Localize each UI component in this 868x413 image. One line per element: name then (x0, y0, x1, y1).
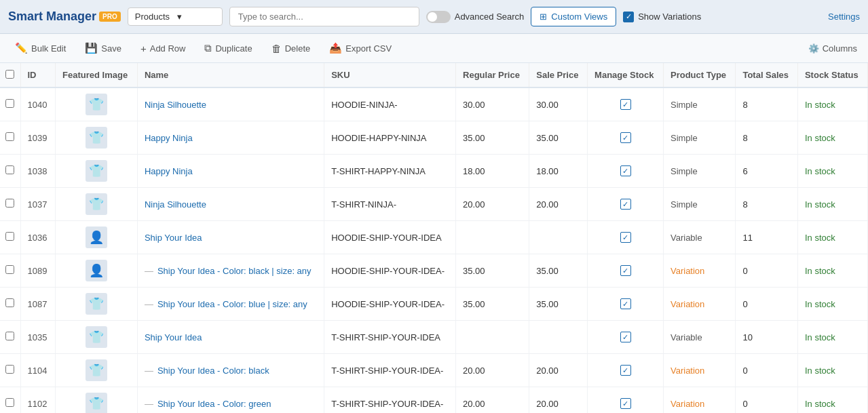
manage-stock-checkbox[interactable]: ✓ (620, 365, 631, 376)
row-checkbox-cell[interactable] (0, 188, 20, 221)
row-checkbox-cell[interactable] (0, 121, 20, 155)
product-name-link[interactable]: Ship Your Idea - Color: blue | size: any (157, 299, 307, 309)
row-regular-price[interactable]: 18.00 (456, 155, 529, 188)
product-name-link[interactable]: Ninja Silhouette (145, 100, 206, 110)
row-sale-price[interactable]: 30.00 (529, 87, 588, 121)
product-name-link[interactable]: Ship Your Idea - Color: black | size: an… (157, 266, 312, 276)
row-manage-stock[interactable]: ✓ (588, 221, 664, 254)
search-input[interactable] (229, 7, 419, 26)
columns-button[interactable]: ⚙️ Columns (808, 43, 857, 54)
manage-stock-checkbox[interactable]: ✓ (620, 265, 631, 276)
row-name[interactable]: Ninja Silhouette (137, 87, 324, 121)
product-name-link[interactable]: Ship Your Idea - Color: black (157, 366, 269, 376)
row-checkbox-cell[interactable] (0, 221, 20, 254)
row-regular-price[interactable]: 35.00 (456, 254, 529, 288)
row-sale-price[interactable] (529, 221, 588, 254)
row-sale-price[interactable]: 20.00 (529, 188, 588, 221)
row-sale-price[interactable] (529, 321, 588, 354)
row-name[interactable]: —Ship Your Idea - Color: black | size: a… (137, 254, 324, 288)
row-checkbox[interactable] (5, 199, 14, 208)
save-button[interactable]: 💾 Save (81, 39, 126, 57)
row-name[interactable]: Ninja Silhouette (137, 188, 324, 221)
row-manage-stock[interactable]: ✓ (588, 121, 664, 155)
row-manage-stock[interactable]: ✓ (588, 155, 664, 188)
row-name[interactable]: Ship Your Idea (137, 221, 324, 254)
product-name-link[interactable]: Ship Your Idea (145, 233, 202, 243)
save-label: Save (101, 43, 121, 54)
select-all-checkbox[interactable] (5, 70, 14, 79)
row-manage-stock[interactable]: ✓ (588, 188, 664, 221)
manage-stock-checkbox[interactable]: ✓ (620, 332, 631, 342)
manage-stock-checkbox[interactable]: ✓ (620, 99, 631, 110)
manage-stock-checkbox[interactable]: ✓ (620, 132, 631, 143)
product-name-link[interactable]: Ninja Silhouette (145, 199, 206, 210)
row-checkbox-cell[interactable] (0, 87, 20, 121)
variation-dash-icon: — (145, 399, 153, 409)
row-manage-stock[interactable]: ✓ (588, 87, 664, 121)
delete-button[interactable]: 🗑 Delete (267, 40, 315, 57)
row-checkbox[interactable] (5, 265, 14, 274)
advanced-search-toggle[interactable]: Advanced Search (426, 11, 525, 23)
row-name[interactable]: Happy Ninja (137, 121, 324, 155)
select-all-header[interactable] (0, 63, 20, 87)
row-regular-price[interactable]: 35.00 (456, 288, 529, 321)
custom-views-icon: ⊞ (540, 12, 547, 22)
row-checkbox-cell[interactable] (0, 321, 20, 354)
row-checkbox[interactable] (5, 332, 14, 340)
row-checkbox[interactable] (5, 99, 14, 108)
advanced-search-switch[interactable] (426, 11, 451, 23)
row-name[interactable]: —Ship Your Idea - Color: green (137, 387, 324, 414)
row-manage-stock[interactable]: ✓ (588, 288, 664, 321)
row-manage-stock[interactable]: ✓ (588, 254, 664, 288)
row-name[interactable]: —Ship Your Idea - Color: blue | size: an… (137, 288, 324, 321)
row-manage-stock[interactable]: ✓ (588, 321, 664, 354)
row-checkbox-cell[interactable] (0, 288, 20, 321)
duplicate-button[interactable]: ⧉ Duplicate (200, 39, 256, 57)
row-manage-stock[interactable]: ✓ (588, 387, 664, 414)
row-sale-price[interactable]: 35.00 (529, 254, 588, 288)
entity-dropdown[interactable]: Products ▾ (128, 7, 223, 26)
custom-views-button[interactable]: ⊞ Custom Views (531, 7, 616, 26)
row-checkbox[interactable] (5, 365, 14, 374)
manage-stock-checkbox[interactable]: ✓ (620, 298, 631, 309)
row-checkbox[interactable] (5, 398, 14, 407)
row-name[interactable]: Happy Ninja (137, 155, 324, 188)
row-checkbox-cell[interactable] (0, 387, 20, 414)
row-name[interactable]: —Ship Your Idea - Color: black (137, 354, 324, 387)
row-regular-price[interactable]: 20.00 (456, 188, 529, 221)
row-checkbox[interactable] (5, 132, 14, 141)
manage-stock-checkbox[interactable]: ✓ (620, 232, 631, 243)
row-regular-price[interactable]: 20.00 (456, 387, 529, 414)
row-checkbox[interactable] (5, 165, 14, 174)
export-csv-button[interactable]: 📤 Export CSV (325, 39, 396, 57)
settings-link[interactable]: Settings (828, 12, 860, 22)
row-sale-price[interactable]: 35.00 (529, 288, 588, 321)
bulk-edit-button[interactable]: ✏️ Bulk Edit (11, 39, 70, 57)
row-regular-price[interactable] (456, 321, 529, 354)
row-sale-price[interactable]: 35.00 (529, 121, 588, 155)
product-name-link[interactable]: Ship Your Idea - Color: green (157, 399, 271, 409)
manage-stock-checkbox[interactable]: ✓ (620, 199, 631, 210)
row-regular-price[interactable]: 20.00 (456, 354, 529, 387)
product-name-link[interactable]: Ship Your Idea (145, 332, 202, 342)
row-checkbox[interactable] (5, 298, 14, 307)
product-name-link[interactable]: Happy Ninja (145, 133, 193, 143)
manage-stock-checkbox[interactable]: ✓ (620, 398, 631, 409)
row-regular-price[interactable] (456, 221, 529, 254)
add-row-button[interactable]: + Add Row (136, 40, 190, 57)
row-sale-price[interactable]: 18.00 (529, 155, 588, 188)
row-checkbox-cell[interactable] (0, 155, 20, 188)
row-regular-price[interactable]: 30.00 (456, 87, 529, 121)
row-name[interactable]: Ship Your Idea (137, 321, 324, 354)
row-sale-price[interactable]: 20.00 (529, 387, 588, 414)
row-regular-price[interactable]: 35.00 (456, 121, 529, 155)
row-checkbox[interactable] (5, 232, 14, 241)
row-checkbox-cell[interactable] (0, 354, 20, 387)
row-sale-price[interactable]: 20.00 (529, 354, 588, 387)
manage-stock-checkbox[interactable]: ✓ (620, 165, 631, 176)
row-manage-stock[interactable]: ✓ (588, 354, 664, 387)
show-variations-checkbox[interactable]: ✓ (623, 12, 634, 22)
product-name-link[interactable]: Happy Ninja (145, 166, 193, 176)
row-checkbox-cell[interactable] (0, 254, 20, 288)
show-variations-toggle[interactable]: ✓ Show Variations (623, 12, 701, 22)
